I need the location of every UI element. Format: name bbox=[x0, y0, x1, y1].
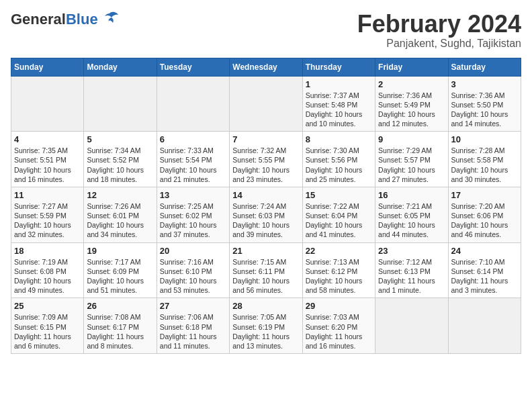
calendar-cell bbox=[448, 298, 521, 354]
day-number: 17 bbox=[451, 190, 518, 200]
day-info: Sunrise: 7:26 AM Sunset: 6:01 PM Dayligh… bbox=[87, 201, 153, 240]
day-info: Sunrise: 7:37 AM Sunset: 5:48 PM Dayligh… bbox=[306, 91, 372, 129]
day-number: 3 bbox=[451, 79, 518, 89]
day-number: 6 bbox=[160, 134, 226, 144]
day-number: 14 bbox=[232, 190, 299, 200]
weekday-header-saturday: Saturday bbox=[448, 58, 521, 76]
day-info: Sunrise: 7:29 AM Sunset: 5:57 PM Dayligh… bbox=[378, 146, 445, 184]
calendar-week-row: 4Sunrise: 7:35 AM Sunset: 5:51 PM Daylig… bbox=[11, 132, 521, 187]
day-number: 10 bbox=[451, 134, 518, 144]
calendar-cell: 23Sunrise: 7:12 AM Sunset: 6:13 PM Dayli… bbox=[375, 242, 448, 298]
calendar-cell: 16Sunrise: 7:21 AM Sunset: 6:05 PM Dayli… bbox=[375, 187, 448, 242]
day-number: 26 bbox=[87, 301, 153, 311]
day-number: 24 bbox=[451, 246, 518, 256]
day-info: Sunrise: 7:05 AM Sunset: 6:19 PM Dayligh… bbox=[232, 312, 299, 351]
day-number: 19 bbox=[87, 246, 153, 256]
day-info: Sunrise: 7:09 AM Sunset: 6:15 PM Dayligh… bbox=[14, 312, 81, 351]
day-number: 27 bbox=[160, 301, 226, 311]
day-number: 12 bbox=[87, 190, 153, 200]
day-info: Sunrise: 7:12 AM Sunset: 6:13 PM Dayligh… bbox=[378, 257, 445, 295]
main-title: February 2024 bbox=[357, 11, 521, 38]
day-info: Sunrise: 7:35 AM Sunset: 5:51 PM Dayligh… bbox=[14, 146, 81, 184]
day-info: Sunrise: 7:20 AM Sunset: 6:06 PM Dayligh… bbox=[451, 201, 518, 240]
day-info: Sunrise: 7:33 AM Sunset: 5:54 PM Dayligh… bbox=[160, 146, 226, 184]
day-info: Sunrise: 7:22 AM Sunset: 6:04 PM Dayligh… bbox=[306, 201, 372, 240]
day-number: 4 bbox=[14, 134, 81, 144]
calendar-cell: 18Sunrise: 7:19 AM Sunset: 6:08 PM Dayli… bbox=[11, 242, 84, 298]
day-info: Sunrise: 7:25 AM Sunset: 6:02 PM Dayligh… bbox=[160, 201, 226, 240]
calendar-cell: 25Sunrise: 7:09 AM Sunset: 6:15 PM Dayli… bbox=[11, 298, 84, 354]
day-info: Sunrise: 7:32 AM Sunset: 5:55 PM Dayligh… bbox=[232, 146, 299, 184]
calendar-cell: 8Sunrise: 7:30 AM Sunset: 5:56 PM Daylig… bbox=[302, 132, 375, 187]
calendar-cell: 10Sunrise: 7:28 AM Sunset: 5:58 PM Dayli… bbox=[448, 132, 521, 187]
calendar-week-row: 25Sunrise: 7:09 AM Sunset: 6:15 PM Dayli… bbox=[11, 298, 521, 354]
calendar-cell: 4Sunrise: 7:35 AM Sunset: 5:51 PM Daylig… bbox=[11, 132, 84, 187]
day-number: 8 bbox=[306, 134, 372, 144]
calendar-table: SundayMondayTuesdayWednesdayThursdayFrid… bbox=[11, 58, 521, 354]
calendar-cell: 26Sunrise: 7:08 AM Sunset: 6:17 PM Dayli… bbox=[84, 298, 157, 354]
logo-blue: Blue bbox=[66, 11, 98, 28]
weekday-header-monday: Monday bbox=[84, 58, 157, 76]
calendar-cell: 9Sunrise: 7:29 AM Sunset: 5:57 PM Daylig… bbox=[375, 132, 448, 187]
calendar-cell: 1Sunrise: 7:37 AM Sunset: 5:48 PM Daylig… bbox=[302, 76, 375, 132]
day-info: Sunrise: 7:08 AM Sunset: 6:17 PM Dayligh… bbox=[87, 312, 153, 351]
day-info: Sunrise: 7:28 AM Sunset: 5:58 PM Dayligh… bbox=[451, 146, 518, 184]
day-number: 13 bbox=[160, 190, 226, 200]
day-info: Sunrise: 7:16 AM Sunset: 6:10 PM Dayligh… bbox=[160, 257, 226, 295]
calendar-cell: 5Sunrise: 7:34 AM Sunset: 5:52 PM Daylig… bbox=[84, 132, 157, 187]
page-header: GeneralBlue February 2024 Panjakent, Sug… bbox=[11, 11, 521, 50]
day-number: 16 bbox=[378, 190, 445, 200]
weekday-header-sunday: Sunday bbox=[11, 58, 84, 76]
title-section: February 2024 Panjakent, Sughd, Tajikist… bbox=[357, 11, 521, 50]
weekday-header-wednesday: Wednesday bbox=[230, 58, 302, 76]
day-number: 9 bbox=[378, 134, 445, 144]
day-number: 25 bbox=[14, 301, 81, 311]
day-number: 7 bbox=[232, 134, 299, 144]
day-number: 2 bbox=[378, 79, 445, 89]
day-number: 23 bbox=[378, 246, 445, 256]
day-info: Sunrise: 7:21 AM Sunset: 6:05 PM Dayligh… bbox=[378, 201, 445, 240]
weekday-header-thursday: Thursday bbox=[302, 58, 375, 76]
day-number: 28 bbox=[232, 301, 299, 311]
calendar-week-row: 1Sunrise: 7:37 AM Sunset: 5:48 PM Daylig… bbox=[11, 76, 521, 132]
calendar-cell bbox=[84, 76, 157, 132]
calendar-cell: 6Sunrise: 7:33 AM Sunset: 5:54 PM Daylig… bbox=[157, 132, 229, 187]
calendar-cell bbox=[11, 76, 84, 132]
day-info: Sunrise: 7:36 AM Sunset: 5:49 PM Dayligh… bbox=[378, 91, 445, 129]
calendar-cell: 11Sunrise: 7:27 AM Sunset: 5:59 PM Dayli… bbox=[11, 187, 84, 242]
day-number: 18 bbox=[14, 246, 81, 256]
day-info: Sunrise: 7:34 AM Sunset: 5:52 PM Dayligh… bbox=[87, 146, 153, 184]
day-number: 5 bbox=[87, 134, 153, 144]
day-info: Sunrise: 7:24 AM Sunset: 6:03 PM Dayligh… bbox=[232, 201, 299, 240]
calendar-cell: 24Sunrise: 7:10 AM Sunset: 6:14 PM Dayli… bbox=[448, 242, 521, 298]
day-info: Sunrise: 7:30 AM Sunset: 5:56 PM Dayligh… bbox=[306, 146, 372, 184]
logo-general: General bbox=[11, 11, 66, 28]
calendar-cell: 12Sunrise: 7:26 AM Sunset: 6:01 PM Dayli… bbox=[84, 187, 157, 242]
calendar-cell: 17Sunrise: 7:20 AM Sunset: 6:06 PM Dayli… bbox=[448, 187, 521, 242]
calendar-cell: 7Sunrise: 7:32 AM Sunset: 5:55 PM Daylig… bbox=[230, 132, 302, 187]
calendar-cell bbox=[375, 298, 448, 354]
day-info: Sunrise: 7:36 AM Sunset: 5:50 PM Dayligh… bbox=[451, 91, 518, 129]
calendar-cell: 19Sunrise: 7:17 AM Sunset: 6:09 PM Dayli… bbox=[84, 242, 157, 298]
day-info: Sunrise: 7:13 AM Sunset: 6:12 PM Dayligh… bbox=[306, 257, 372, 295]
calendar-cell: 20Sunrise: 7:16 AM Sunset: 6:10 PM Dayli… bbox=[157, 242, 229, 298]
subtitle: Panjakent, Sughd, Tajikistan bbox=[357, 38, 521, 50]
day-info: Sunrise: 7:15 AM Sunset: 6:11 PM Dayligh… bbox=[232, 257, 299, 295]
calendar-cell bbox=[230, 76, 302, 132]
calendar-week-row: 11Sunrise: 7:27 AM Sunset: 5:59 PM Dayli… bbox=[11, 187, 521, 242]
weekday-header-tuesday: Tuesday bbox=[157, 58, 229, 76]
day-number: 15 bbox=[306, 190, 372, 200]
day-number: 20 bbox=[160, 246, 226, 256]
logo-bird-icon bbox=[99, 11, 120, 26]
calendar-cell: 3Sunrise: 7:36 AM Sunset: 5:50 PM Daylig… bbox=[448, 76, 521, 132]
calendar-cell: 29Sunrise: 7:03 AM Sunset: 6:20 PM Dayli… bbox=[302, 298, 375, 354]
calendar-week-row: 18Sunrise: 7:19 AM Sunset: 6:08 PM Dayli… bbox=[11, 242, 521, 298]
day-info: Sunrise: 7:27 AM Sunset: 5:59 PM Dayligh… bbox=[14, 201, 81, 240]
day-info: Sunrise: 7:17 AM Sunset: 6:09 PM Dayligh… bbox=[87, 257, 153, 295]
day-number: 21 bbox=[232, 246, 299, 256]
calendar-cell: 27Sunrise: 7:06 AM Sunset: 6:18 PM Dayli… bbox=[157, 298, 229, 354]
weekday-header-row: SundayMondayTuesdayWednesdayThursdayFrid… bbox=[11, 58, 521, 76]
calendar-cell: 14Sunrise: 7:24 AM Sunset: 6:03 PM Dayli… bbox=[230, 187, 302, 242]
calendar-cell: 28Sunrise: 7:05 AM Sunset: 6:19 PM Dayli… bbox=[230, 298, 302, 354]
day-info: Sunrise: 7:19 AM Sunset: 6:08 PM Dayligh… bbox=[14, 257, 81, 295]
